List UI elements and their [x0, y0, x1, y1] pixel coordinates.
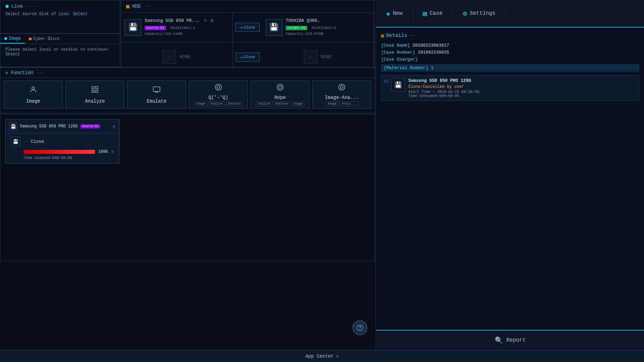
- svg-point-8: [277, 84, 283, 90]
- help-button[interactable]: [353, 320, 367, 335]
- q-fn-label: Q('-'Q): [209, 95, 228, 100]
- svg-rect-1: [92, 86, 94, 89]
- case-btn[interactable]: ▤ Case: [413, 5, 453, 22]
- svg-point-10: [339, 84, 345, 90]
- clone-button-2[interactable]: ⟶ Clone: [235, 53, 259, 62]
- app-center-label: App Center: [305, 354, 333, 359]
- fn-image-btn[interactable]: Image: [4, 80, 63, 109]
- imageana-tag-1: Image: [325, 102, 338, 106]
- new-btn[interactable]: ✚ New: [376, 5, 413, 22]
- imageana-fn-label: Image-Ana...: [325, 95, 359, 100]
- source-card: 💾 Samsung SSD 850 PRO 128G Source-01 ✕ 💾…: [5, 119, 119, 164]
- target-badge: target-01: [286, 26, 307, 30]
- right-panel: ✚ New ▤ Case ⚙ Settings ▤ Details [Case …: [376, 0, 644, 362]
- material-number-row: [Material Number] 1: [381, 64, 639, 72]
- edit-icon[interactable]: ✎: [204, 18, 207, 23]
- source-card-title-group: 💾 Samsung SSD 850 PRO 128G Source-01: [9, 122, 100, 130]
- image-select-link[interactable]: Select: [5, 52, 20, 57]
- disk-source-item: 💾 Samsung SSD 850 PR... ✎ ⧉ source-01 Di…: [121, 13, 233, 42]
- imageana-fn-tags: Image Analy...: [325, 102, 358, 106]
- progress-close-btn[interactable]: ✕: [111, 149, 114, 155]
- fn-q-btn[interactable]: Q('-'Q) Image Analyze Emulate: [189, 80, 248, 109]
- emulate-fn-icon: [153, 85, 161, 96]
- details-panel: ▤ Details [Case Name] 20180223083817 [Ca…: [376, 27, 644, 342]
- source-card-name: Samsung SSD 850 PRO 128G: [20, 124, 78, 129]
- none-icon-2: ○: [304, 50, 317, 64]
- material-number-value: 1: [431, 65, 434, 70]
- q-fn-icon: [214, 83, 222, 94]
- svg-point-9: [279, 86, 281, 88]
- q-tag-2: Analyze: [208, 102, 225, 106]
- disk-source-icon: 💾: [124, 19, 141, 36]
- fn-imageana-btn[interactable]: Image-Ana... Image Analy...: [312, 80, 371, 109]
- report-search-icon: 🔍: [495, 336, 503, 345]
- source-card-badge: Source-01: [80, 124, 100, 128]
- live-indicator: [5, 5, 9, 8]
- source-card-close[interactable]: ✕: [112, 123, 116, 130]
- hope-tag-1: Analyze: [256, 102, 273, 106]
- case-number-row: [Case Number] 201802230035: [381, 50, 639, 55]
- svg-point-7: [217, 86, 220, 88]
- disk-target-info: TOSHIBA Q300. target-01 DiskIndex:2 Capa…: [286, 18, 370, 37]
- live-prompt: Select source disk of live: Select: [5, 12, 115, 16]
- svg-point-0: [32, 87, 35, 89]
- source-card-header: 💾 Samsung SSD 850 PRO 128G Source-01 ✕: [6, 120, 119, 133]
- details-title: ▤ Details: [381, 33, 639, 39]
- svg-point-13: [360, 329, 360, 329]
- material-item-timeconsumed: Time Consumed:000:00:05: [408, 94, 636, 98]
- material-item-icon: 💾 ⚠: [391, 78, 405, 92]
- imageana-tag-2: Analy...: [339, 102, 358, 106]
- hope-fn-label: Hope: [274, 95, 286, 100]
- hope-fn-tags: Analyze Emulate Image: [256, 102, 305, 106]
- image-fn-label: Image: [26, 99, 40, 104]
- function-grid: Image Analyze: [0, 78, 375, 111]
- fn-hope-btn[interactable]: Hope Analyze Emulate Image: [251, 80, 310, 109]
- new-plus-icon: ✚: [386, 9, 390, 18]
- source-badge: source-01: [145, 26, 166, 30]
- settings-btn[interactable]: ⚙ Settings: [453, 5, 506, 22]
- svg-rect-3: [92, 90, 94, 93]
- progress-row: 100% ✕: [11, 149, 114, 155]
- live-select-link[interactable]: Select: [73, 12, 88, 16]
- case-charger-row: [Case Charger]: [381, 57, 639, 62]
- clone-operation: 💾 —— Clone 100% ✕ Time elapsed:000:00:05: [6, 133, 119, 163]
- q-tag-3: Emulate: [226, 102, 243, 106]
- app-center[interactable]: App Center ∧: [0, 350, 644, 362]
- app-center-chevron-icon: ∧: [336, 354, 338, 359]
- disk-target-item: 💾 TOSHIBA Q300. target-01 DiskIndex:2 Ca…: [262, 13, 374, 42]
- details-icon: ▤: [381, 33, 384, 39]
- emulate-fn-label: Emulate: [147, 99, 167, 104]
- material-item-1: 01 💾 ⚠ Samsung SSD 850 PRO 128G Clone:Ca…: [381, 75, 639, 101]
- right-top-buttons: ✚ New ▤ Case ⚙ Settings: [376, 0, 644, 27]
- image-tab-content: Please select local or netdisk to contin…: [0, 44, 120, 60]
- copy-icon[interactable]: ⧉: [211, 19, 213, 23]
- clone-op-dash: ——: [23, 140, 28, 143]
- progress-bar-bg: [23, 150, 95, 154]
- hope-tag-3: Image: [291, 102, 304, 106]
- hdd-panel: ▦ HDD 💾 Samsung SSD 850 PR... ✎ ⧉ source…: [121, 0, 374, 71]
- svg-point-11: [340, 86, 343, 88]
- svg-rect-4: [96, 90, 98, 93]
- clone-arrow-icon: ⟶: [240, 24, 243, 30]
- tab-row: Image Cyber Block: [0, 34, 120, 44]
- clone-op-label: Clone: [31, 139, 44, 144]
- material-item-starttime: Start Time : 2018-02-23 08:38:58: [408, 90, 636, 94]
- clone-button-1[interactable]: ⟶ Clone: [235, 23, 259, 32]
- clone-op-icon: 💾: [11, 137, 20, 146]
- fn-analyze-btn[interactable]: Analyze: [65, 80, 124, 109]
- none-icon-1: ○: [163, 50, 176, 64]
- tab-image[interactable]: Image: [0, 34, 25, 44]
- live-panel-title: Live: [5, 4, 115, 9]
- hdd-clone-area-1: ⟶ Clone: [233, 13, 262, 42]
- report-button[interactable]: 🔍 Report: [376, 330, 644, 350]
- disk-target-icon: 💾: [266, 19, 282, 36]
- material-item-name: Samsung SSD 850 PRO 128G: [408, 78, 636, 83]
- fn-emulate-btn[interactable]: Emulate: [127, 80, 186, 109]
- disk-target-badge-row: target-01 DiskIndex:2 Capacity:223.57GB: [286, 24, 370, 37]
- material-number-label: [Material Number]: [384, 65, 428, 70]
- case-name-row: [Case Name] 20180223083817: [381, 43, 639, 48]
- image-tab-dot: [4, 37, 7, 40]
- svg-rect-2: [96, 86, 98, 89]
- main-container: Live Select source disk of live: Select …: [0, 0, 376, 352]
- tab-cyberblock[interactable]: Cyber Block: [25, 34, 64, 44]
